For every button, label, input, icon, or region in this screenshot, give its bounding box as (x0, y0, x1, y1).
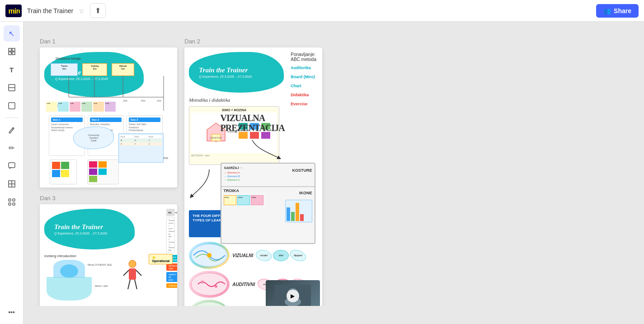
dan1-section: Dan 1 Train the Trainer Q Experience, 25… (40, 38, 177, 188)
iceberg-below (47, 277, 92, 301)
vizualna-arrow (248, 136, 284, 163)
dan3-title: Train the Trainer (54, 223, 103, 231)
email-col-2: кому: (175, 211, 177, 214)
kw-chart: Chart (291, 84, 301, 88)
text-tool[interactable]: T (4, 61, 20, 78)
sticky-tool[interactable] (4, 80, 20, 96)
sketch-item-2: → Element B (224, 175, 312, 178)
email-mock-area: від: кому: відповідь: вкладення: Поважна… (166, 209, 175, 306)
cloud-shape: CommunityAssistedGuide (73, 127, 114, 149)
sk-s2: sticky (237, 195, 250, 205)
sketch-item-3: → Element C (224, 178, 312, 181)
svg-rect-14 (13, 199, 15, 201)
email-header-bar: від: кому: відповідь: вкладення: (166, 209, 175, 216)
dan2-inner: Train the Trainer Q Experience, 25.3.202… (184, 47, 322, 306)
dan1-board[interactable]: Train the Trainer Q Experience, 25.3.202… (40, 47, 177, 188)
toolbar: ↖ T ✏ (0, 22, 24, 324)
didaktika-box-title: IDMO + MOZINA (191, 108, 277, 112)
sticky-c1: note (58, 102, 69, 112)
dan2-subtitle: Q Experience, 25.3.2020. - 27.3.2020. (199, 75, 253, 78)
metodika-header: Metodika i didaktika (189, 97, 230, 103)
svg-rect-4 (12, 52, 15, 55)
shapes-tool[interactable] (4, 98, 20, 114)
svg-line-8 (12, 128, 13, 129)
grid-tool[interactable] (4, 176, 20, 192)
svg-text:55: 55 (215, 141, 217, 143)
mini-chart (285, 200, 312, 222)
export-button[interactable]: ⬆ (90, 3, 106, 18)
kw-board-miro: Board (Miro) (291, 75, 315, 79)
dan3-title-blob: Train the Trainer Q Experience, 25.3.202… (44, 209, 135, 249)
dan2-board[interactable]: Train the Trainer Q Experience, 25.3.202… (184, 47, 322, 306)
comment-tool[interactable] (4, 158, 20, 174)
dan2-section: Dan 2 Train the Trainer Q Experience, 25… (184, 38, 322, 306)
svg-rect-1 (9, 48, 11, 51)
iceberg-who-i-am: WHO I AM (95, 285, 108, 287)
sketch-troika: TROIKA (224, 188, 240, 193)
canvas-area[interactable]: Dan 1 Train the Trainer Q Experience, 25… (24, 22, 644, 324)
svg-rect-13 (9, 199, 11, 201)
right-column: Dan 2 Train the Trainer Q Experience, 25… (184, 38, 322, 306)
draw-tool[interactable]: ✏ (4, 140, 20, 156)
share-icon: 👥 (603, 7, 611, 14)
svg-rect-15 (9, 203, 11, 205)
svg-rect-2 (12, 48, 15, 51)
dan2-label: Dan 2 (184, 38, 322, 45)
svg-text:miro: miro (9, 7, 20, 14)
select-tool[interactable]: ↖ (4, 25, 20, 42)
email-line-2: Звертаємось до Вас у зв'язку з... (169, 230, 173, 246)
more-tools[interactable]: ••• (4, 304, 20, 320)
iceberg-tip (60, 264, 78, 278)
play-button[interactable]: ▶ (287, 290, 299, 302)
email-line-1: Поважна панне / пане, (169, 219, 173, 230)
iceberg-label: Iceberg Introduction (44, 254, 76, 258)
canvas-grid: Dan 1 Train the Trainer Q Experience, 25… (33, 31, 329, 306)
dan3-board[interactable]: Train the Trainer Q Experience, 25.3.202… (40, 204, 177, 306)
bar-a (287, 207, 290, 221)
sticky-v1: note (105, 102, 116, 112)
iceberg-what-others-see: What OTHERS SEE (88, 263, 112, 266)
iceberg-area: Iceberg Introduction What OTHERS SEE WHO… (44, 254, 103, 306)
bar-b (291, 212, 295, 221)
bar-d (300, 214, 304, 221)
svg-rect-3 (9, 52, 11, 55)
svg-line-30 (135, 280, 137, 289)
sticky-p1: note (70, 102, 80, 112)
tag-individual: individual (166, 283, 177, 288)
sketch-stickies: sticky sticky sticky (224, 195, 263, 205)
kw-auditorika: Auditorika (291, 66, 311, 70)
vizualna-title: VIZUALNAPREZENTACIJA (221, 113, 320, 133)
svg-rect-9 (9, 163, 15, 168)
sketch-ikone: IKONE (299, 191, 312, 195)
tag-sami: зробити самі (166, 263, 177, 271)
topbar: miro Train the Trainer ☆ ⬆ 👥 Share (0, 0, 644, 22)
dan3-section: Dan 3 Train the Trainer Q Experience, 25… (40, 195, 177, 306)
svg-point-46 (215, 285, 217, 288)
email-line-3: Просимо Вас розглянути нашу пропозицію..… (169, 246, 173, 253)
iceberg-image: What OTHERS SEE WHO I AM (44, 260, 94, 301)
star-icon[interactable]: ☆ (79, 7, 85, 14)
sketch-divider (221, 186, 315, 187)
arrow-dan2-1 (187, 165, 223, 201)
share-button[interactable]: 👥 Share (596, 4, 639, 18)
kw-didaktika: Didaktika (291, 93, 309, 97)
board-title[interactable]: Train the Trainer (27, 7, 73, 14)
svg-point-25 (129, 260, 136, 268)
dan3-subtitle: Q Experience, 25.3.2020. - 27.3.2020. (54, 232, 108, 235)
kw-evercise: Evercise (291, 102, 307, 106)
video-thumbnail[interactable]: ▶ Graham Shaw: Why people believe they c… (266, 280, 320, 306)
pen-tool[interactable] (4, 122, 20, 138)
dan1-label: Dan 1 (40, 38, 177, 45)
email-col-1: від: (168, 211, 172, 214)
sticky-y1: note (46, 102, 57, 112)
frames-tool[interactable] (4, 43, 20, 60)
main-area: ↖ T ✏ (0, 22, 644, 324)
operational-label: ⭐ Operational (149, 254, 173, 264)
dan1-inner: Train the Trainer Q Experience, 25.3.202… (40, 47, 177, 188)
svg-rect-7 (9, 103, 15, 109)
sk-s1: sticky (224, 195, 236, 205)
tag-group: задати de grup (166, 272, 177, 282)
vizualna-prezentacija-area: VIZUALNAPREZENTACIJA (221, 113, 320, 306)
apps-tool[interactable] (4, 194, 20, 210)
person-svg (119, 258, 146, 299)
